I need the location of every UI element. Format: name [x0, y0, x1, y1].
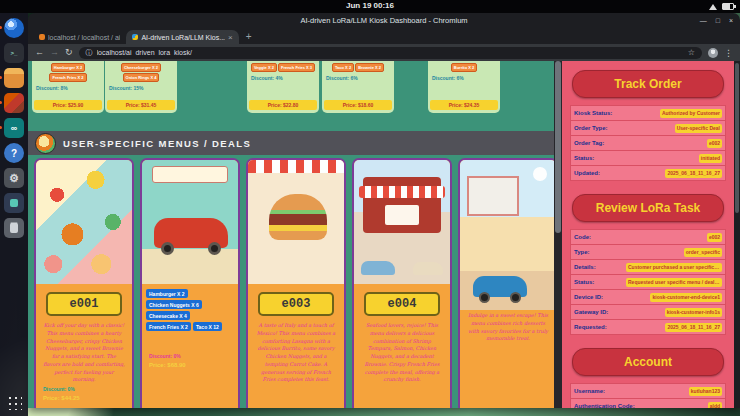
deal-meta: Discount: 0% Price: $44.25 — [36, 386, 132, 401]
car-shape — [361, 261, 395, 275]
running-indicator — [0, 76, 2, 79]
tab-kiosk-dashboard[interactable]: AI-driven LoRa/LLM Kios... × — [126, 30, 238, 44]
system-clock[interactable]: Jun 19 00:16 — [346, 1, 394, 10]
moon-shape — [533, 167, 547, 181]
menu-card[interactable]: Hamburger X 2 French Fries X 2 Discount:… — [32, 61, 104, 113]
price-badge: Price: $22.80 — [249, 100, 317, 110]
deals-row: e001 Kick off your day with a classic! T… — [28, 158, 554, 408]
menu-card-row: Hamburger X 2 French Fries X 2 Discount:… — [28, 61, 554, 113]
dock-item-utility[interactable] — [4, 193, 24, 213]
tab-label: localhost / localhost / ai — [48, 34, 120, 41]
system-top-bar: Jun 19 00:16 — [0, 0, 740, 13]
site-info-icon[interactable]: ⓘ — [86, 48, 93, 58]
address-bar[interactable]: ⓘ localhost/ai_driven_lora_kiosk/ ☆ — [79, 47, 702, 59]
deal-item-tag: Taco X 12 — [193, 322, 222, 331]
tab-close-icon[interactable]: × — [228, 33, 233, 42]
car-shape — [413, 262, 443, 275]
dock-item-terminal[interactable]: >_ — [4, 43, 24, 63]
deal-card-items[interactable]: Hamburger X 2 Chicken Nuggets X 6 Cheese… — [140, 158, 240, 408]
field-row: Kiosk Status: Authorized by Customer — [570, 106, 726, 121]
price-badge: Price: $31.45 — [107, 100, 175, 110]
browser-menu-icon[interactable]: ⋮ — [724, 48, 733, 58]
field-label: Code: — [574, 234, 591, 240]
field-label: Status: — [574, 155, 594, 161]
dock-item-arduino[interactable]: ∞ — [4, 118, 24, 138]
price-badge: Price: $18.60 — [324, 100, 392, 110]
field-value: User-specific Deal — [675, 124, 722, 133]
menu-item-tag: Taco X 2 — [332, 63, 354, 72]
field-value: e002 — [707, 139, 722, 148]
new-tab-button[interactable]: + — [246, 31, 252, 42]
dock-item-settings[interactable]: ⚙ — [4, 168, 24, 188]
deal-illustration-burger-diner — [248, 160, 344, 284]
tab-label: AI-driven LoRa/LLM Kios... — [141, 34, 225, 41]
page-content: Hamburger X 2 French Fries X 2 Discount:… — [28, 61, 740, 408]
browser-window: AI-driven LoRa/LLM Kiosk Dashboard - Chr… — [28, 13, 740, 408]
field-row: Order Type: User-specific Deal — [570, 121, 726, 136]
reload-icon[interactable]: ↻ — [65, 48, 73, 57]
deal-code-badge: e001 — [46, 292, 122, 316]
account-button[interactable]: Account — [572, 348, 724, 376]
track-order-fields: Kiosk Status: Authorized by Customer Ord… — [570, 105, 726, 181]
tab-localhost[interactable]: localhost / localhost / ai — [33, 30, 126, 44]
back-icon[interactable]: ← — [35, 48, 44, 57]
battery-icon — [722, 3, 734, 10]
running-indicator — [0, 126, 2, 129]
content-scrollbar-thumb[interactable] — [555, 61, 561, 233]
track-order-button[interactable]: Track Order — [572, 70, 724, 98]
app-grid-icon[interactable] — [6, 394, 22, 410]
menu-items: Burrito X 2 — [430, 63, 498, 72]
menu-item-tag: Burrito X 2 — [451, 63, 477, 72]
status-sidebar: Track Order Kiosk Status: Authorized by … — [562, 61, 734, 408]
deal-item-tag: Hamburger X 2 — [146, 289, 188, 298]
dock-item-help[interactable]: ? — [4, 143, 24, 163]
field-label: Type: — [574, 249, 590, 255]
bookmark-star-icon[interactable]: ☆ — [688, 48, 695, 57]
profile-avatar[interactable] — [708, 48, 718, 58]
field-row: Requested: 2025_06_18_11_16_27 — [570, 320, 726, 335]
field-row: Details: Customer purchased a user speci… — [570, 260, 726, 275]
menu-card[interactable]: Burrito X 2 Discount: 6% Price: $24.35 — [428, 61, 500, 113]
arduino-icon: ∞ — [11, 123, 17, 133]
price-text: Price: $44.25 — [43, 395, 125, 401]
dock-item-trash[interactable] — [4, 218, 24, 238]
field-value: 2025_06_18_11_16_27 — [665, 169, 722, 178]
field-value: order_specific — [684, 248, 722, 257]
car-shape — [154, 218, 228, 248]
review-lora-task-button[interactable]: Review LoRa Task — [572, 194, 724, 222]
menu-item-tag: Hamburger X 2 — [51, 63, 85, 72]
close-icon[interactable]: × — [729, 17, 733, 24]
field-label: Updated: — [574, 170, 600, 176]
dock-item-chromium[interactable] — [4, 18, 24, 38]
page-scrollbar-thumb[interactable] — [735, 63, 739, 213]
deal-card-e004[interactable]: e004 Seafood lovers, rejoice! This menu … — [352, 158, 452, 408]
menu-items: Veggie X 2 French Fries X 3 — [249, 63, 317, 72]
system-tray[interactable] — [709, 3, 734, 10]
section-title: USER-SPECIFIC MENUS / DEALS — [63, 138, 251, 149]
price-text: Price: $68.90 — [149, 362, 231, 368]
minimize-icon[interactable]: — — [700, 17, 707, 24]
maximize-icon[interactable]: □ — [716, 17, 720, 24]
menu-card[interactable]: Veggie X 2 French Fries X 3 Discount: 4%… — [247, 61, 319, 113]
discount-text: Discount: 8% — [36, 85, 100, 91]
menu-item-tag: Brownie X 2 — [355, 63, 384, 72]
deal-card-e001[interactable]: e001 Kick off your day with a classic! T… — [34, 158, 134, 408]
menu-card[interactable]: Taco X 2 Brownie X 2 Discount: 6% Price:… — [322, 61, 394, 113]
dock-item-graphics-app[interactable] — [4, 93, 24, 113]
menu-card[interactable]: Cheeseburger X 2 Onion Rings X 4 Discoun… — [105, 61, 177, 113]
field-row: Code: e002 — [570, 230, 726, 245]
field-label: Authentication Code: — [574, 403, 635, 408]
menu-items: Hamburger X 2 French Fries X 2 — [34, 63, 102, 82]
field-value: Customer purchased a user specific menu … — [626, 263, 722, 272]
gear-icon: ⚙ — [9, 172, 19, 185]
help-icon: ? — [11, 148, 17, 159]
deal-card-partial[interactable]: Indulge in a sweet escape! This menu com… — [458, 158, 554, 408]
dock-item-files[interactable] — [4, 68, 24, 88]
forward-icon[interactable]: → — [50, 48, 59, 57]
shop-shape — [467, 176, 519, 216]
deal-card-e003[interactable]: e003 A taste of Italy and a touch of Mex… — [246, 158, 346, 408]
browser-toolbar: ← → ↻ ⓘ localhost/ai_driven_lora_kiosk/ … — [28, 44, 740, 61]
field-label: Kiosk Status: — [574, 110, 612, 116]
page-scrollbar-track — [734, 61, 740, 408]
deal-item-tag: French Fries X 2 — [146, 322, 191, 331]
